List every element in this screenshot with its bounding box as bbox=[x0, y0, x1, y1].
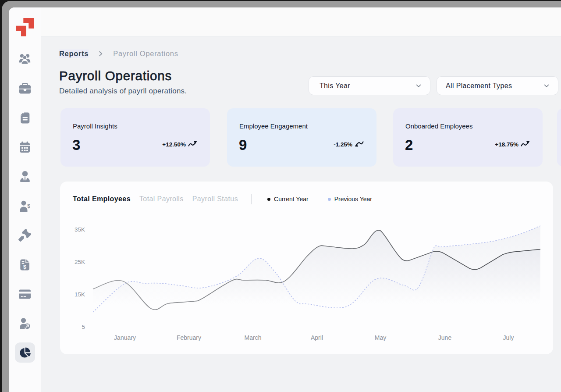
svg-text:25K: 25K bbox=[75, 259, 85, 265]
svg-text:January: January bbox=[114, 334, 136, 341]
svg-text:March: March bbox=[245, 334, 262, 341]
svg-text:35K: 35K bbox=[75, 226, 85, 233]
svg-text:$: $ bbox=[27, 202, 30, 209]
svg-text:5: 5 bbox=[82, 324, 85, 330]
svg-text:May: May bbox=[375, 334, 386, 341]
svg-text:April: April bbox=[311, 334, 323, 341]
svg-text:February: February bbox=[177, 334, 201, 341]
svg-text:15K: 15K bbox=[75, 291, 85, 298]
svg-text:June: June bbox=[438, 334, 452, 341]
svg-text:$: $ bbox=[23, 264, 26, 270]
svg-text:July: July bbox=[503, 334, 514, 341]
